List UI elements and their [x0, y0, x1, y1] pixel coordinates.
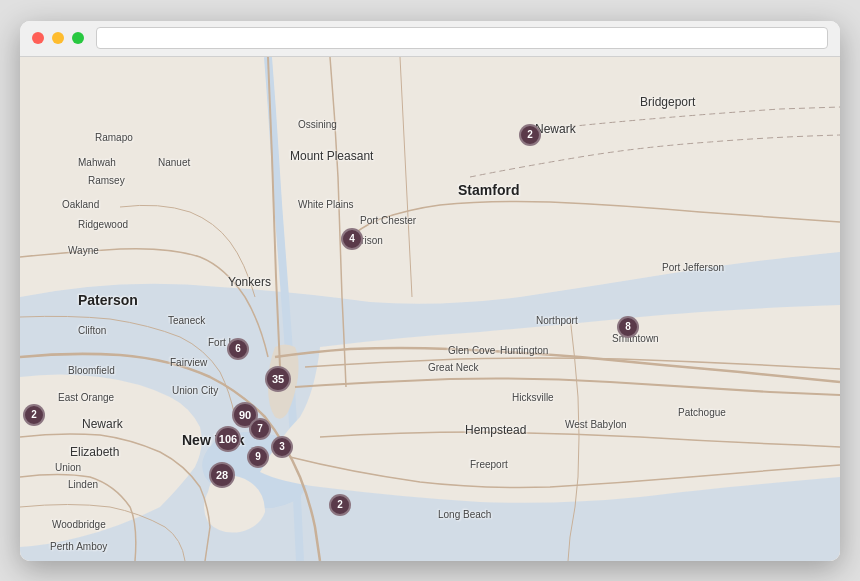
url-bar[interactable] — [96, 27, 828, 49]
cluster-3[interactable]: 3 — [271, 436, 293, 458]
cluster-2-bottom[interactable]: 2 — [329, 494, 351, 516]
cluster-8[interactable]: 8 — [617, 316, 639, 338]
cluster-newark-ct[interactable]: 2 — [519, 124, 541, 146]
close-button[interactable] — [32, 32, 44, 44]
cluster-yonkers[interactable]: 6 — [227, 338, 249, 360]
cluster-106[interactable]: 106 — [215, 426, 241, 452]
cluster-7[interactable]: 7 — [249, 418, 271, 440]
map-background — [20, 57, 840, 561]
browser-window: Bridgeport Ossining Ramapo Mahwah Nanuet… — [20, 21, 840, 561]
titlebar — [20, 21, 840, 57]
cluster-9[interactable]: 9 — [247, 446, 269, 468]
maximize-button[interactable] — [72, 32, 84, 44]
traffic-lights — [32, 32, 84, 44]
cluster-28[interactable]: 28 — [209, 462, 235, 488]
minimize-button[interactable] — [52, 32, 64, 44]
map-container: Bridgeport Ossining Ramapo Mahwah Nanuet… — [20, 57, 840, 561]
cluster-harrison[interactable]: 4 — [341, 228, 363, 250]
cluster-2-left[interactable]: 2 — [23, 404, 45, 426]
cluster-35[interactable]: 35 — [265, 366, 291, 392]
